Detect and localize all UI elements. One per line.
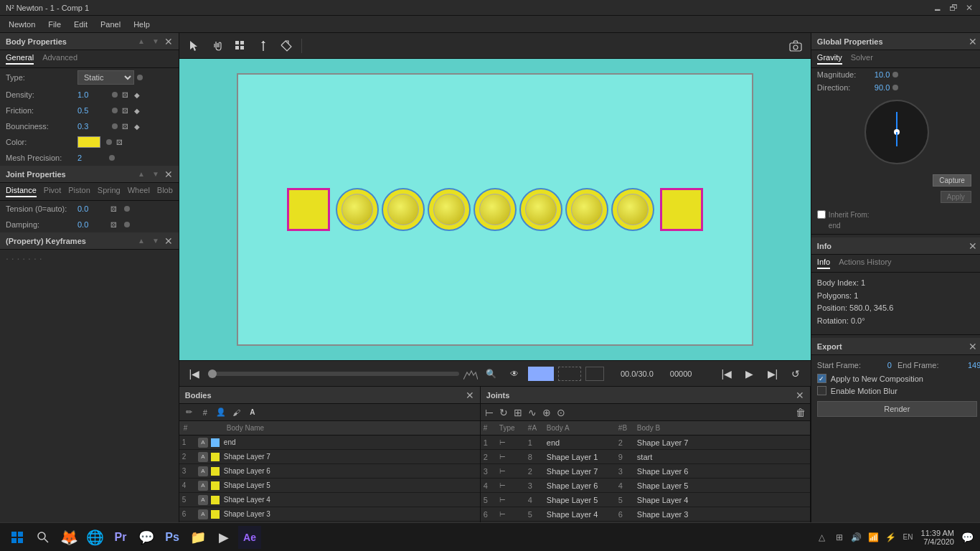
body-row-4[interactable]: 4 A Shape Layer 5 [179, 479, 480, 493]
shape-circle-4[interactable] [473, 188, 517, 231]
joint-tool-spring[interactable]: ∿ [528, 407, 537, 418]
joint-tab-pivot[interactable]: Pivot [44, 186, 61, 197]
media-icon[interactable]: ▶ [212, 526, 235, 549]
joint-row-4[interactable]: 4 ⊢ 3 Shape Layer 6 4 Shape Layer 5 [481, 479, 810, 493]
joint-row-2[interactable]: 2 ⊢ 8 Shape Layer 1 9 start [481, 450, 810, 464]
shape-circle-7[interactable] [611, 188, 654, 231]
shape-circle-1[interactable] [336, 188, 379, 231]
shape-circle-3[interactable] [428, 188, 471, 231]
damping-random[interactable]: ⚄ [109, 220, 118, 230]
gp-tab-solver[interactable]: Solver [851, 53, 873, 65]
shape-circle-5[interactable] [519, 188, 562, 231]
joint-tool-link[interactable]: ⊢ [485, 407, 494, 418]
step-forward-button[interactable]: ▶| [763, 364, 782, 383]
joint-delete[interactable]: 🗑 [796, 407, 806, 418]
premiere-icon[interactable]: Pr [109, 526, 132, 549]
taskbar-network[interactable]: 📶 [867, 530, 881, 545]
snap-icon[interactable] [463, 368, 478, 380]
bodies-tool-type[interactable]: A [245, 405, 260, 420]
joint-scroll-up[interactable]: ▲ [136, 169, 147, 180]
hand-tool[interactable] [208, 37, 227, 55]
joint-tab-spring[interactable]: Spring [98, 186, 121, 197]
inherit-checkbox[interactable] [817, 210, 826, 219]
loop-button[interactable]: ↺ [786, 364, 805, 383]
files-icon[interactable]: 📁 [187, 526, 209, 549]
tension-value[interactable]: 0.0 [77, 204, 106, 213]
taskbar-language[interactable]: EN [901, 530, 915, 545]
body-row-2[interactable]: 2 A Shape Layer 7 [179, 450, 480, 464]
body-row-1[interactable]: 1 A end [179, 435, 480, 450]
info-close[interactable]: ✕ [969, 240, 977, 252]
joint-row-3[interactable]: 3 ⊢ 2 Shape Layer 7 3 Shape Layer 6 [481, 464, 810, 479]
magnitude-value[interactable]: 10.0 [875, 70, 890, 79]
density-random[interactable]: ⚄ [121, 90, 130, 100]
body-properties-close[interactable]: ✕ [164, 36, 173, 47]
bounciness-random[interactable]: ⚄ [121, 122, 130, 131]
whatsapp-icon[interactable]: 💬 [135, 526, 158, 549]
menu-newton[interactable]: Newton [3, 19, 41, 30]
joint-properties-close[interactable]: ✕ [164, 169, 173, 180]
bodies-tool-add[interactable]: 👤 [214, 405, 228, 420]
end-frame-value[interactable]: 149 [968, 361, 980, 369]
search-button[interactable] [32, 526, 55, 549]
timeline-track[interactable] [208, 372, 459, 376]
panel-scroll-up[interactable]: ▲ [136, 36, 147, 47]
zoom-icon[interactable]: 🔍 [482, 364, 501, 383]
render-button[interactable]: Render [817, 401, 977, 417]
go-to-start-button[interactable]: |◀ [185, 364, 204, 383]
tension-random[interactable]: ⚄ [109, 204, 118, 214]
global-properties-close[interactable]: ✕ [969, 36, 977, 47]
type-select[interactable]: Static Dynamic Kinematic Dead AEmatic [77, 70, 134, 85]
photoshop-icon[interactable]: Ps [161, 526, 184, 549]
transform-tool[interactable] [277, 37, 296, 55]
taskbar-notification[interactable]: 💬 [960, 530, 974, 545]
bodies-tool-pencil[interactable]: ✏ [182, 405, 197, 420]
menu-file[interactable]: File [42, 19, 67, 30]
panel-scroll-down[interactable]: ▼ [150, 36, 161, 47]
bodies-close[interactable]: ✕ [466, 390, 474, 401]
select-tool[interactable] [185, 37, 204, 55]
body-row-5[interactable]: 5 A Shape Layer 4 [179, 493, 480, 507]
start-button[interactable] [6, 526, 29, 549]
body-row-3[interactable]: 3 A Shape Layer 6 [179, 464, 480, 479]
joint-tab-blob[interactable]: Blob [157, 186, 173, 197]
maximize-button[interactable]: 🗗 [948, 3, 958, 13]
kf-scroll-down[interactable]: ▼ [150, 235, 161, 247]
joint-tool-blob[interactable]: ⊙ [557, 407, 565, 418]
info-tab-info[interactable]: Info [817, 258, 830, 269]
chrome-icon[interactable]: 🌐 [83, 526, 106, 549]
friction-value[interactable]: 0.5 [77, 106, 106, 115]
color-random[interactable]: ⚄ [115, 138, 124, 147]
shape-circle-2[interactable] [382, 188, 425, 231]
density-reset[interactable]: ◆ [133, 90, 141, 100]
joint-tool-anchor[interactable]: ⊕ [542, 407, 551, 418]
anchor-tool[interactable] [254, 37, 273, 55]
close-button[interactable]: ✕ [964, 3, 974, 13]
direction-value[interactable]: 90.0 [875, 83, 890, 92]
shape-end[interactable] [660, 188, 703, 231]
timeline-thumb[interactable] [208, 369, 217, 378]
camera-button[interactable] [786, 37, 805, 55]
play-button[interactable]: ▶ [740, 364, 759, 383]
tab-advanced[interactable]: Advanced [42, 53, 77, 65]
ae-icon[interactable]: Ae [238, 526, 261, 549]
joint-row-5[interactable]: 5 ⊢ 4 Shape Layer 5 5 Shape Layer 4 [481, 493, 810, 507]
joint-tab-piston[interactable]: Piston [68, 186, 90, 197]
friction-random[interactable]: ⚄ [121, 106, 130, 116]
shape-circle-6[interactable] [565, 188, 608, 231]
damping-value[interactable]: 0.0 [77, 220, 106, 229]
friction-reset[interactable]: ◆ [133, 106, 141, 116]
start-frame-value[interactable]: 0 [887, 361, 892, 369]
density-value[interactable]: 1.0 [77, 90, 106, 99]
joints-close[interactable]: ✕ [796, 390, 804, 401]
taskbar-volume[interactable]: 🔊 [849, 530, 864, 545]
keyframes-close[interactable]: ✕ [164, 235, 173, 247]
bounciness-value[interactable]: 0.3 [77, 122, 106, 131]
go-to-start-btn2[interactable]: |◀ [717, 364, 736, 383]
info-tab-history[interactable]: Actions History [839, 258, 891, 269]
bodies-tool-num[interactable]: # [198, 405, 212, 420]
joint-row-6[interactable]: 6 ⊢ 5 Shape Layer 4 6 Shape Layer 3 [481, 507, 810, 522]
firefox-icon[interactable]: 🦊 [57, 526, 80, 549]
joint-tool-pivot[interactable]: ↻ [499, 407, 508, 418]
gp-tab-gravity[interactable]: Gravity [817, 53, 842, 65]
